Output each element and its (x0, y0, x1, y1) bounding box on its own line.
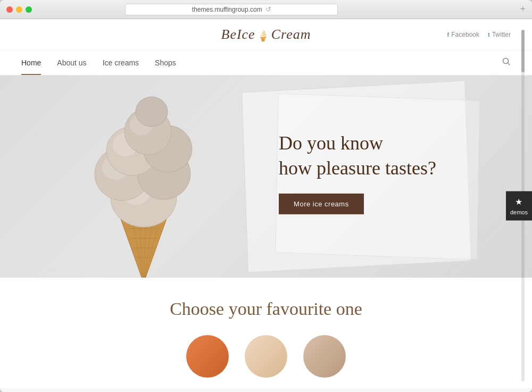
section-choose-title: Choose your favourite one (21, 299, 511, 319)
browser-titlebar: themes.muffingroup.com ↺ + (0, 0, 532, 19)
twitter-link[interactable]: t Twitter (488, 31, 511, 38)
site-logo[interactable]: BeIce🍦Cream (221, 27, 311, 43)
logo-text-before: BeIce (221, 27, 255, 42)
search-button[interactable] (502, 57, 511, 68)
website-content: BeIce🍦Cream f Facebook t Twitter (0, 19, 532, 392)
browser-buttons (6, 6, 32, 13)
nav-links: Home About us Ice creams Shops (21, 51, 176, 74)
social-links: f Facebook t Twitter (447, 31, 511, 38)
product-item-3[interactable] (303, 335, 346, 378)
facebook-label: Facebook (451, 31, 479, 38)
product-item-1[interactable] (186, 335, 229, 378)
svg-line-1 (508, 63, 510, 65)
demos-label: demos (510, 208, 528, 215)
demos-sidebar-tab[interactable]: ★ demos (506, 191, 532, 220)
url-text: themes.muffingroup.com (192, 6, 262, 13)
new-tab-button[interactable]: + (520, 4, 526, 15)
nav-item-home[interactable]: Home (21, 51, 41, 74)
twitter-label: Twitter (492, 31, 511, 38)
header-top: BeIce🍦Cream f Facebook t Twitter (0, 19, 532, 51)
reload-icon[interactable]: ↺ (265, 5, 271, 13)
browser-window: themes.muffingroup.com ↺ + BeIce🍦Cream f… (0, 0, 532, 392)
product-row (0, 330, 532, 388)
choose-section: Choose your favourite one (0, 278, 532, 330)
hero-heading-line1: Do you know (279, 132, 383, 154)
product-item-2[interactable] (245, 335, 287, 378)
hero-heading: Do you know how pleasure tastes? (279, 131, 436, 181)
ice-cream-image (64, 86, 223, 278)
site-header: BeIce🍦Cream f Facebook t Twitter (0, 19, 532, 76)
star-icon: ★ (515, 196, 522, 206)
logo-icon: 🍦 (256, 30, 270, 41)
main-nav: Home About us Ice creams Shops (0, 51, 532, 75)
twitter-icon: t (488, 31, 490, 38)
close-button[interactable] (6, 6, 13, 13)
hero-cta-button[interactable]: More ice creams (279, 193, 364, 214)
facebook-icon: f (447, 31, 450, 38)
logo-text-after: Cream (271, 27, 311, 42)
hero-heading-line2: how pleasure tastes? (279, 157, 436, 179)
nav-item-ice-creams[interactable]: Ice creams (103, 51, 139, 74)
maximize-button[interactable] (26, 6, 32, 13)
address-bar[interactable]: themes.muffingroup.com ↺ (125, 4, 338, 15)
hero-content: Do you know how pleasure tastes? More ic… (279, 131, 436, 214)
svg-point-24 (136, 97, 168, 127)
facebook-link[interactable]: f Facebook (447, 31, 479, 38)
nav-item-shops[interactable]: Shops (155, 51, 176, 74)
minimize-button[interactable] (16, 6, 22, 13)
nav-item-about[interactable]: About us (57, 51, 86, 74)
scrollbar-thumb[interactable] (521, 30, 525, 72)
hero-section: Do you know how pleasure tastes? More ic… (0, 76, 532, 278)
